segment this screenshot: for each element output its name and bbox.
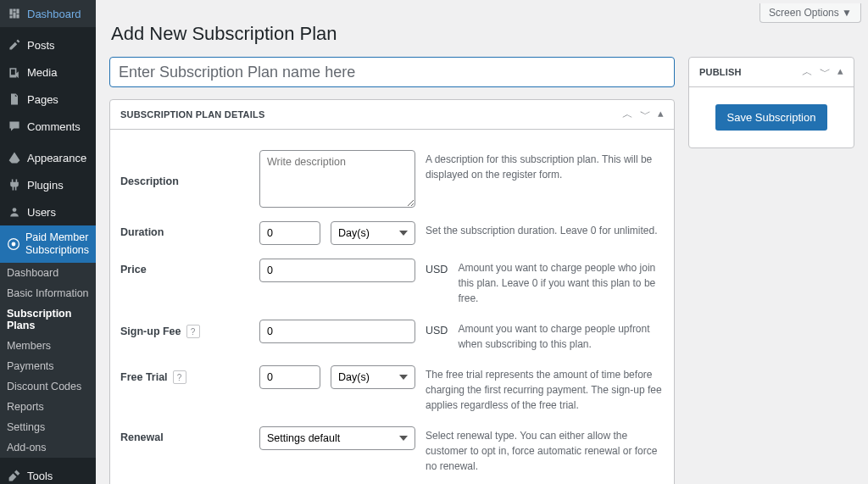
signup-currency: USD bbox=[426, 320, 448, 337]
toggle-icon[interactable]: ▴ bbox=[658, 107, 664, 122]
sidebar-item-media[interactable]: Media bbox=[0, 58, 96, 86]
signup-fee-input[interactable] bbox=[259, 320, 415, 343]
sidebar-label: Pages bbox=[27, 93, 58, 106]
sidebar-item-plugins[interactable]: Plugins bbox=[0, 171, 96, 198]
sidebar-label: Posts bbox=[27, 39, 55, 52]
trial-label: Free Trial? bbox=[120, 365, 249, 384]
comments-icon bbox=[7, 119, 22, 134]
publish-title: Publish bbox=[699, 67, 742, 77]
sidebar-label: Plugins bbox=[27, 179, 64, 192]
price-input[interactable] bbox=[259, 259, 415, 282]
save-subscription-button[interactable]: Save Subscription bbox=[715, 104, 828, 131]
submenu-payments[interactable]: Payments bbox=[0, 356, 96, 376]
sidebar-label: Tools bbox=[27, 470, 53, 482]
chevron-down-icon: ▼ bbox=[842, 7, 852, 19]
plan-details-metabox: Subscription Plan Details ︿ ﹀ ▴ Descript… bbox=[109, 99, 675, 484]
sidebar-item-appearance[interactable]: Appearance bbox=[0, 144, 96, 171]
sidebar-item-pms[interactable]: Paid Member Subscriptions bbox=[0, 225, 96, 263]
tools-icon bbox=[7, 468, 22, 483]
signup-help: Amount you want to charge people upfront… bbox=[458, 320, 664, 352]
duration-input[interactable] bbox=[259, 221, 320, 245]
sidebar-item-users[interactable]: Users bbox=[0, 198, 96, 225]
plan-title-input[interactable] bbox=[109, 57, 675, 87]
metabox-title: Subscription Plan Details bbox=[120, 109, 264, 120]
dashboard-icon bbox=[7, 6, 22, 21]
sidebar-item-pages[interactable]: Pages bbox=[0, 86, 96, 113]
metabox-header: Subscription Plan Details ︿ ﹀ ▴ bbox=[110, 100, 674, 130]
sidebar-item-dashboard[interactable]: Dashboard bbox=[0, 0, 96, 27]
media-icon bbox=[7, 64, 22, 80]
sidebar-label: Users bbox=[27, 206, 56, 219]
appearance-icon bbox=[7, 150, 22, 165]
sidebar-item-tools[interactable]: Tools bbox=[0, 462, 96, 484]
submenu-addons[interactable]: Add-ons bbox=[0, 437, 96, 458]
page-title: Add New Subscription Plan bbox=[96, 23, 868, 57]
sidebar-label: Media bbox=[27, 66, 57, 79]
duration-help: Set the subscription duration. Leave 0 f… bbox=[426, 221, 664, 238]
users-icon bbox=[7, 204, 22, 220]
submenu-subscription-plans[interactable]: Subscription Plans bbox=[0, 303, 96, 336]
description-textarea[interactable] bbox=[259, 150, 415, 208]
description-label: Description bbox=[120, 170, 249, 187]
sidebar-label: Paid Member Subscriptions bbox=[25, 231, 89, 257]
plugins-icon bbox=[7, 177, 22, 192]
screen-options-button[interactable]: Screen Options ▼ bbox=[760, 3, 861, 23]
move-down-icon[interactable]: ﹀ bbox=[820, 64, 831, 80]
sidebar-item-posts[interactable]: Posts bbox=[0, 31, 96, 58]
move-up-icon[interactable]: ︿ bbox=[622, 107, 633, 122]
move-down-icon[interactable]: ﹀ bbox=[640, 107, 651, 122]
toggle-icon[interactable]: ▴ bbox=[837, 64, 843, 80]
duration-label: Duration bbox=[120, 221, 249, 238]
publish-metabox: Publish ︿ ﹀ ▴ Save Subscription bbox=[688, 57, 854, 148]
sidebar-item-comments[interactable]: Comments bbox=[0, 113, 96, 140]
sidebar-label: Appearance bbox=[27, 152, 86, 164]
price-currency: USD bbox=[426, 259, 448, 275]
submenu-members[interactable]: Members bbox=[0, 336, 96, 356]
help-icon[interactable]: ? bbox=[173, 370, 186, 384]
move-up-icon[interactable]: ︿ bbox=[802, 64, 813, 80]
renewal-select[interactable]: Settings default bbox=[259, 426, 415, 450]
submenu-discount-codes[interactable]: Discount Codes bbox=[0, 376, 96, 397]
pages-icon bbox=[7, 92, 22, 107]
sidebar-label: Comments bbox=[27, 120, 81, 133]
description-help: A description for this subscription plan… bbox=[426, 150, 664, 182]
admin-sidebar: Dashboard Posts Media Pages Comments App… bbox=[0, 0, 96, 484]
posts-icon bbox=[7, 37, 22, 53]
submenu-reports[interactable]: Reports bbox=[0, 397, 96, 417]
topbar: Screen Options ▼ bbox=[96, 0, 868, 23]
price-help: Amount you want to charge people who joi… bbox=[458, 259, 664, 306]
trial-input[interactable] bbox=[259, 365, 320, 389]
help-icon[interactable]: ? bbox=[186, 325, 200, 338]
svg-point-0 bbox=[13, 208, 17, 212]
submenu-basic-info[interactable]: Basic Information bbox=[0, 283, 96, 303]
sidebar-submenu: Dashboard Basic Information Subscription… bbox=[0, 263, 96, 458]
trial-help: The free trial represents the amount of … bbox=[426, 365, 664, 413]
submenu-settings[interactable]: Settings bbox=[0, 417, 96, 437]
sidebar-label: Dashboard bbox=[27, 8, 81, 20]
renewal-help: Select renewal type. You can either allo… bbox=[426, 426, 664, 474]
renewal-label: Renewal bbox=[120, 426, 249, 443]
trial-unit-select[interactable]: Day(s) bbox=[331, 365, 415, 389]
price-label: Price bbox=[120, 259, 249, 275]
pms-icon bbox=[7, 236, 20, 252]
submenu-dashboard[interactable]: Dashboard bbox=[0, 263, 96, 283]
signup-label: Sign-up Fee? bbox=[120, 320, 249, 338]
main-content: Screen Options ▼ Add New Subscription Pl… bbox=[96, 0, 868, 484]
duration-unit-select[interactable]: Day(s) bbox=[331, 221, 415, 245]
svg-point-2 bbox=[12, 242, 16, 247]
